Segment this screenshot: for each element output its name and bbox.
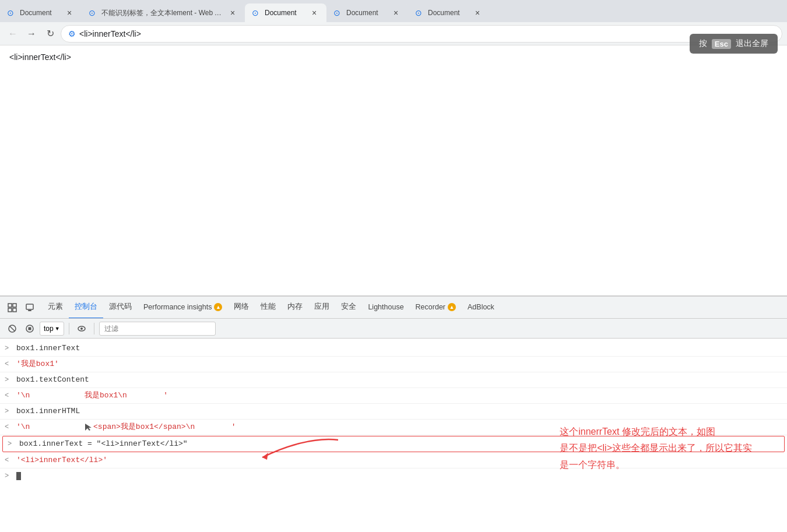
stop-button[interactable] <box>22 321 37 336</box>
svg-point-11 <box>80 327 83 330</box>
tab-1-icon: ⊙ <box>7 8 16 17</box>
devtools-tab-performance-label: 性能 <box>261 302 276 312</box>
esc-key: Esc <box>712 39 731 49</box>
arrow-8: < <box>5 454 12 467</box>
url-security-icon: ⚙ <box>68 29 76 38</box>
page-content-text: <li>innerText</li> <box>9 52 778 62</box>
eye-button[interactable] <box>74 321 89 336</box>
devtools-tab-performance-insights[interactable]: Performance insights ▲ <box>138 297 228 319</box>
devtools-tab-memory-label: 内存 <box>287 302 303 312</box>
reload-button[interactable]: ↻ <box>42 26 58 42</box>
tab-bar: ⊙ Document × ⊙ 不能识别标签，全文本lement - Web AP… <box>0 0 787 22</box>
devtools-tab-elements[interactable]: 元素 <box>42 297 69 319</box>
svg-rect-0 <box>8 304 12 307</box>
devtools-tab-lighthouse[interactable]: Lighthouse <box>362 297 409 319</box>
devtools-tab-performance[interactable]: 性能 <box>255 297 282 319</box>
back-button[interactable]: ← <box>5 26 21 42</box>
tab-1-close[interactable]: × <box>64 8 75 18</box>
console-line-5: > box1.innerHTML <box>0 404 787 420</box>
address-bar: ← → ↻ ⚙ <li>innerText</li> <box>0 22 787 45</box>
red-arrow <box>257 434 350 465</box>
annotation-box: 这个innerrText 修改完后的文本，如图 是不是把<li>这些全都显示出来… <box>560 424 752 474</box>
tab-3[interactable]: ⊙ Document × <box>245 3 326 22</box>
devtools-tab-performance-insights-label: Performance insights <box>143 303 212 311</box>
devtools-tab-sources[interactable]: 源代码 <box>103 297 138 319</box>
tab-5-icon: ⊙ <box>415 8 424 17</box>
tab-1-title: Document <box>20 9 61 17</box>
devtools-tab-sources-label: 源代码 <box>109 302 132 312</box>
devtools-tab-recorder-label: Recorder <box>416 303 445 311</box>
fullscreen-notice-pre: 按 <box>699 38 707 49</box>
tab-2-close[interactable]: × <box>227 8 238 18</box>
performance-insights-badge: ▲ <box>214 303 222 311</box>
tab-4-close[interactable]: × <box>391 8 401 18</box>
browser-chrome: ⊙ Document × ⊙ 不能识别标签，全文本lement - Web AP… <box>0 0 787 45</box>
svg-line-7 <box>10 326 15 331</box>
tab-4-icon: ⊙ <box>333 8 343 17</box>
console-text-3: box1.textContent <box>16 374 782 386</box>
devtools-tab-security-label: 安全 <box>341 302 356 312</box>
tab-4[interactable]: ⊙ Document × <box>326 3 408 22</box>
console-line-2: < '我是box1' <box>0 357 787 372</box>
url-bar[interactable]: ⚙ <li>innerText</li> <box>61 25 782 43</box>
tab-5[interactable]: ⊙ Document × <box>408 3 490 22</box>
svg-rect-3 <box>13 308 16 312</box>
cursor-icon <box>85 423 92 431</box>
devtools-tab-adblock[interactable]: AdBlock <box>462 297 500 319</box>
browser-content: <li>innerText</li> <box>0 45 787 296</box>
annotation-line-2: 是不是把<li>这些全都显示出来了，所以它其实 <box>560 440 752 457</box>
svg-rect-5 <box>28 310 31 311</box>
devtools-tab-security[interactable]: 安全 <box>335 297 362 319</box>
devtools-toolbar: top ▼ <box>0 319 787 339</box>
arrow-4: < <box>5 389 12 402</box>
url-text: <li>innerText</li> <box>79 29 141 38</box>
arrow-1: > <box>5 342 12 355</box>
tab-3-title: Document <box>265 9 305 17</box>
recorder-badge: ▲ <box>448 303 456 311</box>
arrow-6: < <box>5 421 12 434</box>
tab-2[interactable]: ⊙ 不能识别标签，全文本lement - Web APIs | MDN × <box>82 3 245 22</box>
tab-5-title: Document <box>428 9 469 17</box>
annotation-line-3: 是一个字符串。 <box>560 457 752 474</box>
devtools-inspect-icon[interactable] <box>5 300 20 315</box>
toolbar-separator-2 <box>94 323 94 334</box>
arrow-2: < <box>5 358 12 371</box>
devtools-tab-memory[interactable]: 内存 <box>282 297 308 319</box>
forward-button[interactable]: → <box>23 26 40 42</box>
devtools-tab-elements-label: 元素 <box>48 302 63 312</box>
devtools-tab-application[interactable]: 应用 <box>308 297 335 319</box>
filter-input[interactable] <box>99 322 216 336</box>
devtools-tab-network[interactable]: 网络 <box>228 297 255 319</box>
devtools-tab-network-label: 网络 <box>234 302 249 312</box>
devtools-tab-console[interactable]: 控制台 <box>69 297 103 319</box>
context-selector-chevron: ▼ <box>55 326 60 332</box>
arrow-7: > <box>8 438 15 450</box>
devtools-tab-recorder[interactable]: Recorder ▲ <box>410 297 462 319</box>
devtools-tab-adblock-label: AdBlock <box>468 303 494 311</box>
devtools-tab-application-label: 应用 <box>314 302 329 312</box>
devtools-tab-lighthouse-label: Lighthouse <box>368 303 403 311</box>
fullscreen-notice-suffix: 退出全屏 <box>736 38 768 49</box>
arrow-input: > <box>5 470 12 482</box>
console-text-2: '我是box1' <box>16 358 782 371</box>
toolbar-separator-1 <box>69 323 69 334</box>
tab-2-icon: ⊙ <box>89 8 98 17</box>
svg-rect-9 <box>29 327 31 330</box>
tab-1[interactable]: ⊙ Document × <box>0 3 82 22</box>
tab-4-title: Document <box>346 9 387 17</box>
fullscreen-notice: 按 Esc 退出全屏 <box>690 34 778 54</box>
devtools-device-icon[interactable] <box>22 300 37 315</box>
clear-console-button[interactable] <box>5 321 20 336</box>
console-text-4: '\n 我是box1\n ' <box>16 389 782 402</box>
console-text-1: box1.innerText <box>16 342 782 355</box>
arrow-5: > <box>5 405 12 418</box>
svg-rect-1 <box>13 304 16 307</box>
svg-rect-4 <box>26 304 33 309</box>
devtools-tabs: 元素 控制台 源代码 Performance insights ▲ 网络 性能 … <box>0 297 787 319</box>
tab-5-close[interactable]: × <box>472 8 483 18</box>
console-text-5: box1.innerHTML <box>16 405 782 418</box>
console-cursor <box>16 472 21 480</box>
context-selector[interactable]: top ▼ <box>40 322 64 336</box>
tab-3-icon: ⊙ <box>252 8 261 17</box>
tab-3-close[interactable]: × <box>309 8 319 18</box>
